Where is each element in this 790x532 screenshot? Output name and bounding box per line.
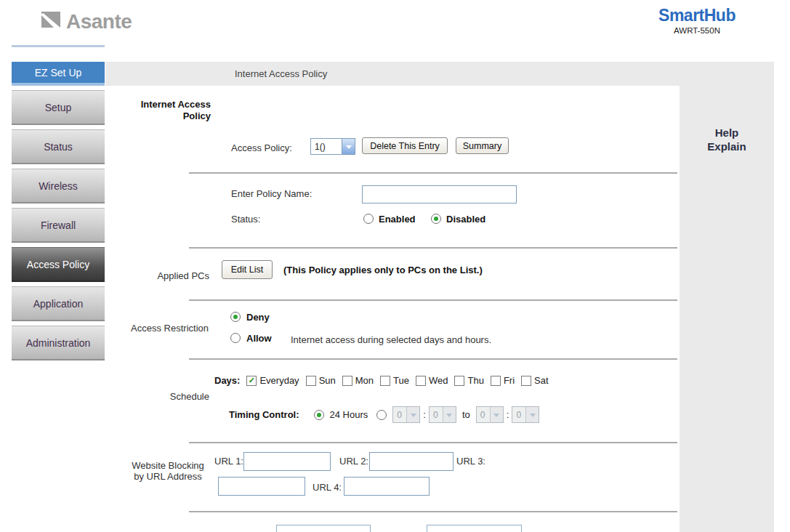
day-tue: Tue [380, 375, 409, 386]
edit-list-button[interactable]: Edit List [222, 260, 273, 279]
day-thu: Thu [454, 375, 483, 386]
sidebar-item-firewall[interactable]: Firewall [12, 208, 105, 243]
day-everyday: ✓ Everyday [246, 375, 299, 386]
divider [189, 358, 677, 360]
section-label-internet-access-policy: Internet Access Policy [131, 99, 211, 122]
url4-label: URL 4: [313, 482, 342, 493]
time-colon: : [423, 409, 426, 420]
access-policy-label: Access Policy: [231, 142, 292, 153]
day-fri: Fri [491, 375, 515, 386]
fri-checkbox[interactable] [491, 376, 501, 386]
timing-control-label: Timing Control: [229, 409, 299, 420]
sidebar-nav: EZ Set Up Setup Status Wireless Firewall… [12, 62, 105, 365]
chevron-down-icon [406, 407, 419, 422]
help-link[interactable]: Help [680, 126, 774, 140]
url2-input[interactable] [369, 452, 454, 471]
start-minute-dropdown: 0 [429, 406, 456, 423]
day-mon: Mon [342, 375, 374, 386]
check-icon: ✓ [249, 376, 255, 385]
chevron-down-icon[interactable] [342, 139, 355, 154]
sidebar-item-administration[interactable]: Administration [12, 326, 105, 360]
everyday-checkbox[interactable]: ✓ [246, 376, 257, 386]
vendor-logo: Asante [40, 10, 132, 33]
divider [189, 442, 677, 443]
end-hour-dropdown: 0 [476, 406, 504, 423]
timing-control-row: Timing Control: 24 Hours 0 : 0 to 0 : 0 [229, 406, 539, 423]
restriction-deny-radio[interactable] [230, 312, 241, 322]
chevron-down-icon [490, 407, 503, 422]
day-sat: Sat [521, 375, 549, 386]
url2-label: URL 2: [339, 456, 368, 467]
product-model: AWRT-550N [653, 26, 741, 35]
status-enabled-radio[interactable] [363, 214, 374, 224]
timing-range-radio[interactable] [376, 410, 387, 420]
days-label: Days: [214, 375, 240, 386]
timing-24h-label: 24 Hours [330, 409, 368, 420]
sidebar-item-ez-setup[interactable]: EZ Set Up [12, 62, 105, 86]
sidebar-item-wireless[interactable]: Wireless [12, 169, 105, 203]
day-sun: Sun [306, 375, 336, 386]
divider [189, 511, 677, 512]
sidebar-item-application[interactable]: Application [12, 286, 105, 321]
restriction-note: Internet access during selected days and… [291, 334, 491, 345]
sun-checkbox[interactable] [306, 376, 316, 386]
url3-label: URL 3: [456, 456, 485, 467]
schedule-label: Schedule [131, 391, 209, 402]
website-blocking-label: Website Blocking by URL Address [124, 460, 212, 482]
status-label: Status: [231, 214, 260, 225]
access-policy-selected-value: 1() [311, 142, 342, 152]
policy-name-label: Enter Policy Name: [231, 188, 312, 199]
vendor-name: Asante [66, 10, 132, 33]
summary-button[interactable]: Summary [456, 137, 509, 154]
to-label: to [462, 409, 470, 420]
url4-input[interactable] [344, 477, 430, 496]
policy-name-input[interactable] [362, 185, 517, 203]
status-disabled-radio[interactable] [431, 214, 441, 224]
sidebar-accent-bar [12, 45, 105, 47]
asante-logo-icon [40, 10, 62, 33]
start-hour-dropdown: 0 [392, 406, 420, 423]
restriction-allow-label: Allow [246, 333, 272, 344]
access-policy-dropdown[interactable]: 1() [310, 138, 355, 155]
day-wed: Wed [416, 375, 448, 386]
tue-checkbox[interactable] [380, 376, 390, 386]
sat-checkbox[interactable] [521, 376, 531, 386]
divider [189, 172, 677, 174]
restriction-deny-label: Deny [246, 312, 270, 323]
applied-pcs-label: Applied PCs [131, 270, 209, 281]
wed-checkbox[interactable] [416, 376, 426, 386]
help-panel: Help Explain [680, 62, 774, 532]
partial-input-box[interactable] [427, 525, 522, 532]
url1-label: URL 1: [214, 456, 243, 467]
restriction-allow-radio[interactable] [230, 333, 241, 343]
status-enabled-label: Enabled [379, 214, 416, 225]
end-minute-dropdown: 0 [512, 406, 539, 423]
status-disabled-label: Disabled [446, 214, 485, 225]
product-brand: SmartHub AWRT-550N [653, 6, 741, 35]
divider [189, 247, 677, 249]
time-colon: : [507, 409, 509, 420]
page-title-band: Internet Access Policy [105, 62, 680, 86]
sidebar-item-access-policy[interactable]: Access Policy [12, 247, 105, 282]
page-title: Internet Access Policy [235, 62, 327, 86]
access-restriction-label: Access Restriction [126, 323, 209, 334]
main-content: Internet Access Policy Access Policy: 1(… [105, 86, 680, 532]
thu-checkbox[interactable] [454, 376, 464, 386]
timing-24h-radio[interactable] [314, 410, 324, 420]
sidebar-item-status[interactable]: Status [12, 129, 105, 164]
schedule-days-row: Days: ✓ Everyday Sun Mon Tue Wed [214, 375, 549, 386]
mon-checkbox[interactable] [342, 376, 352, 386]
sidebar-item-setup[interactable]: Setup [12, 90, 105, 125]
url1-input[interactable] [243, 452, 331, 471]
url3-input[interactable] [218, 477, 305, 496]
explain-link[interactable]: Explain [680, 140, 774, 153]
partial-input-box[interactable] [276, 525, 371, 532]
delete-entry-button[interactable]: Delete This Entry [362, 137, 448, 154]
chevron-down-icon [525, 407, 539, 422]
product-name: SmartHub [653, 6, 741, 25]
divider [189, 299, 677, 301]
chevron-down-icon [443, 407, 456, 422]
applied-pcs-note: (This Policy applies only to PCs on the … [283, 265, 483, 275]
router-admin-page: Asante SmartHub AWRT-550N EZ Set Up Setu… [0, 0, 790, 532]
